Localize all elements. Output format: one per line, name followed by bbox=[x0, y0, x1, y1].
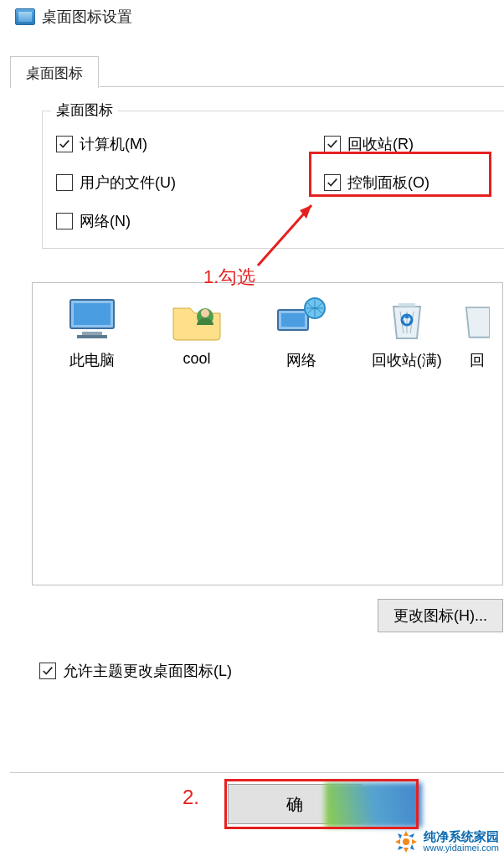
check-icon bbox=[327, 138, 338, 150]
checkbox-recyclebin[interactable]: 回收站(R) bbox=[324, 134, 429, 154]
checkbox-label: 回收站(R) bbox=[347, 134, 414, 154]
recycle-bin-icon bbox=[465, 295, 490, 342]
icon-label: 回 bbox=[470, 350, 485, 370]
icon-label: 网络 bbox=[286, 350, 316, 370]
ok-button-label: 确 bbox=[286, 793, 303, 816]
blurred-region bbox=[325, 782, 422, 828]
checkbox-box bbox=[39, 663, 56, 679]
dialog-button-separator bbox=[10, 772, 504, 773]
check-icon bbox=[59, 138, 70, 150]
checkbox-label: 计算机(M) bbox=[80, 134, 147, 154]
checkbox-box bbox=[56, 174, 73, 191]
watermark-title: 纯净系统家园 bbox=[424, 830, 499, 843]
checkbox-area: 计算机(M) 用户的文件(U) 网络(N) bbox=[56, 134, 504, 231]
change-icon-row: 更改图标(H)... bbox=[32, 599, 503, 632]
checkbox-label: 允许主题更改桌面图标(L) bbox=[63, 661, 232, 681]
icon-label: cool bbox=[183, 350, 211, 368]
icon-item-recyclefull[interactable]: 回收站(满) bbox=[354, 295, 459, 585]
change-icon-button[interactable]: 更改图标(H)... bbox=[378, 599, 503, 632]
window-title: 桌面图标设置 bbox=[42, 7, 132, 27]
tab-desktop-icons[interactable]: 桌面图标 bbox=[10, 56, 99, 88]
desktop-icons-group: 桌面图标 计算机(M) 用户的文件(U) 网络(N bbox=[42, 111, 504, 249]
network-icon bbox=[275, 295, 328, 342]
annotation-step2: 2. bbox=[183, 786, 199, 809]
checkbox-computer[interactable]: 计算机(M) bbox=[56, 134, 324, 154]
svg-rect-4 bbox=[82, 332, 102, 335]
checkbox-label: 网络(N) bbox=[80, 211, 131, 231]
checkbox-label: 控制面板(O) bbox=[347, 173, 429, 193]
watermark-logo-icon bbox=[393, 829, 419, 854]
icon-label: 此电脑 bbox=[69, 350, 115, 370]
user-folder-icon bbox=[170, 295, 224, 342]
icon-item-cutoff[interactable]: 回 bbox=[460, 295, 496, 585]
checkbox-network[interactable]: 网络(N) bbox=[56, 211, 324, 231]
icon-label: 回收站(满) bbox=[372, 350, 442, 370]
watermark: 纯净系统家园 www.yidaimei.com bbox=[393, 829, 499, 854]
check-icon bbox=[327, 177, 338, 188]
icon-item-thispc[interactable]: 此电脑 bbox=[39, 295, 144, 585]
svg-rect-5 bbox=[77, 335, 107, 338]
computer-icon bbox=[65, 295, 119, 342]
tab-body: 桌面图标 计算机(M) 用户的文件(U) 网络(N bbox=[10, 87, 504, 249]
svg-rect-3 bbox=[74, 303, 111, 325]
icon-item-user[interactable]: cool bbox=[144, 295, 249, 585]
svg-point-11 bbox=[403, 838, 409, 845]
group-legend: 桌面图标 bbox=[51, 101, 118, 120]
check-icon bbox=[42, 665, 54, 677]
checkbox-userfiles[interactable]: 用户的文件(U) bbox=[56, 173, 324, 193]
icon-item-network[interactable]: 网络 bbox=[249, 295, 354, 585]
checkbox-label: 用户的文件(U) bbox=[80, 173, 176, 193]
checkbox-box bbox=[56, 136, 73, 152]
tab-header: 桌面图标 bbox=[10, 55, 504, 87]
window-title-bar: 桌面图标设置 bbox=[0, 0, 504, 32]
svg-point-7 bbox=[201, 309, 209, 317]
checkbox-allow-theme[interactable]: 允许主题更改桌面图标(L) bbox=[39, 661, 504, 681]
watermark-url: www.yidaimei.com bbox=[424, 843, 499, 853]
recycle-bin-full-icon bbox=[380, 295, 434, 342]
svg-rect-9 bbox=[281, 313, 305, 327]
checkbox-controlpanel[interactable]: 控制面板(O) bbox=[324, 173, 429, 193]
tab-host: 桌面图标 桌面图标 计算机(M) 用户的文件(U) bbox=[10, 55, 504, 249]
checkbox-box bbox=[324, 136, 341, 152]
checkbox-box bbox=[324, 174, 341, 191]
monitor-icon bbox=[15, 8, 35, 25]
icon-preview-list[interactable]: 此电脑 cool 网络 回收站(满) 回 bbox=[32, 282, 503, 585]
checkbox-box bbox=[56, 213, 73, 229]
